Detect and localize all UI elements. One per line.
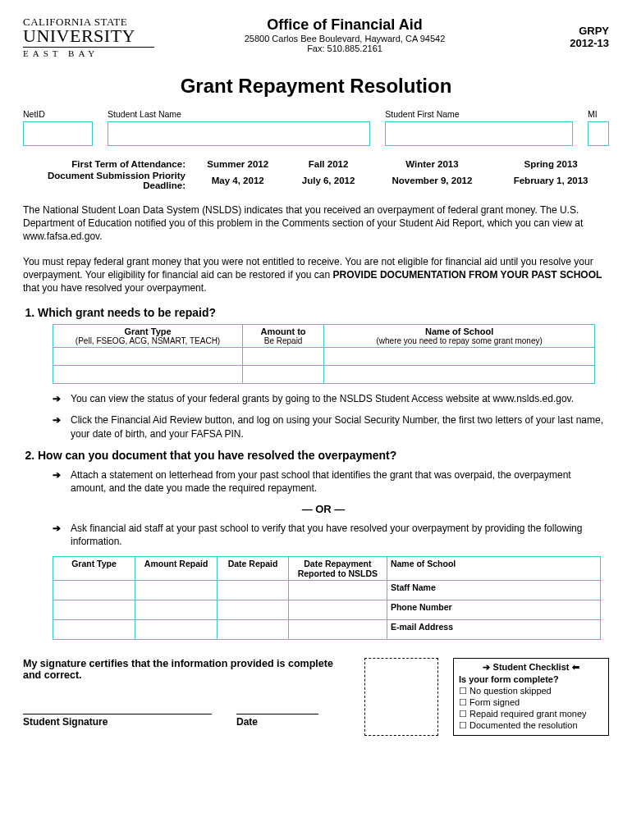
form-header: CALIFORNIA STATE UNIVERSITY EAST BAY Off… bbox=[23, 16, 609, 58]
resolve-table: Grant Type Amount Repaid Date Repaid Dat… bbox=[53, 556, 601, 640]
university-logo: CALIFORNIA STATE UNIVERSITY EAST BAY bbox=[23, 16, 154, 58]
checklist-item-3[interactable]: Repaid required grant money bbox=[459, 709, 603, 719]
q2-bullet-1: Attach a statement on letterhead from yo… bbox=[53, 468, 609, 495]
office-address: 25800 Carlos Bee Boulevard, Hayward, CA … bbox=[154, 34, 535, 43]
signature-statement: My signature certifies that the informat… bbox=[23, 658, 350, 681]
stamp-box bbox=[364, 658, 438, 736]
question-1: Which grant needs to be repaid? Grant Ty… bbox=[38, 306, 609, 441]
grant-row-2[interactable] bbox=[53, 366, 595, 384]
date-line[interactable]: Date bbox=[236, 714, 318, 728]
checklist-head: Student Checklist bbox=[459, 662, 603, 673]
term-col-1: Fall 2012 bbox=[286, 159, 369, 169]
terms-table: First Term of Attendance: Summer 2012 Fa… bbox=[23, 158, 609, 192]
logo-line3: EAST BAY bbox=[23, 49, 154, 58]
resolve-row-1[interactable]: Staff Name bbox=[53, 581, 601, 600]
page-title: Grant Repayment Resolution bbox=[23, 75, 609, 98]
term-row2-label: Document Submission Priority Deadline: bbox=[25, 171, 189, 190]
term-row1-label: First Term of Attendance: bbox=[25, 159, 189, 169]
lastname-label: Student Last Name bbox=[108, 109, 370, 119]
checklist-item-1[interactable]: No question skipped bbox=[459, 686, 603, 696]
signature-block: My signature certifies that the informat… bbox=[23, 658, 609, 736]
deadline-3: February 1, 2013 bbox=[494, 171, 607, 190]
resolve-row-3[interactable]: E-mail Address bbox=[53, 620, 601, 640]
form-code-block: GRPY 2012-13 bbox=[535, 25, 609, 49]
firstname-label: Student First Name bbox=[385, 109, 573, 119]
logo-line2: UNIVERSITY bbox=[23, 27, 154, 48]
mi-input[interactable] bbox=[588, 121, 609, 146]
student-checklist: Student Checklist Is your form complete?… bbox=[453, 658, 609, 736]
question-2: How can you document that you have resol… bbox=[38, 449, 609, 641]
mi-label: MI bbox=[588, 109, 609, 119]
deadline-1: July 6, 2012 bbox=[286, 171, 369, 190]
q2-bullet-2: Ask financial aid staff at your past sch… bbox=[53, 522, 609, 548]
deadline-0: May 4, 2012 bbox=[190, 171, 285, 190]
identity-row: NetID Student Last Name Student First Na… bbox=[23, 109, 609, 146]
resolve-row-2[interactable]: Phone Number bbox=[53, 600, 601, 620]
checklist-sub: Is your form complete? bbox=[459, 674, 603, 684]
checklist-item-2[interactable]: Form signed bbox=[459, 697, 603, 708]
form-year: 2012-13 bbox=[535, 37, 609, 49]
netid-input[interactable] bbox=[23, 121, 93, 146]
intro-paragraph-2: You must repay federal grant money that … bbox=[23, 255, 609, 295]
intro-paragraph-1: The National Student Loan Data System (N… bbox=[23, 203, 609, 244]
or-separator: — OR — bbox=[38, 503, 609, 515]
deadline-2: November 9, 2012 bbox=[372, 171, 493, 190]
term-col-0: Summer 2012 bbox=[190, 159, 285, 169]
term-col-2: Winter 2013 bbox=[372, 159, 493, 169]
firstname-input[interactable] bbox=[385, 121, 573, 146]
office-title: Office of Financial Aid bbox=[154, 16, 535, 34]
grant-table: Grant Type(Pell, FSEOG, ACG, NSMART, TEA… bbox=[53, 324, 595, 384]
office-heading: Office of Financial Aid 25800 Carlos Bee… bbox=[154, 16, 535, 53]
lastname-input[interactable] bbox=[108, 121, 370, 146]
netid-label: NetID bbox=[23, 109, 93, 119]
form-code: GRPY bbox=[535, 25, 609, 37]
q1-bullet-1: You can view the status of your federal … bbox=[53, 392, 609, 405]
grant-row-1[interactable] bbox=[53, 348, 595, 366]
checklist-item-4[interactable]: Documented the resolution bbox=[459, 720, 603, 731]
q1-bullet-2: Click the Financial Aid Review button, a… bbox=[53, 413, 609, 440]
office-fax: Fax: 510.885.2161 bbox=[154, 43, 535, 53]
signature-line[interactable]: Student Signature bbox=[23, 714, 212, 728]
term-col-3: Spring 2013 bbox=[494, 159, 607, 169]
